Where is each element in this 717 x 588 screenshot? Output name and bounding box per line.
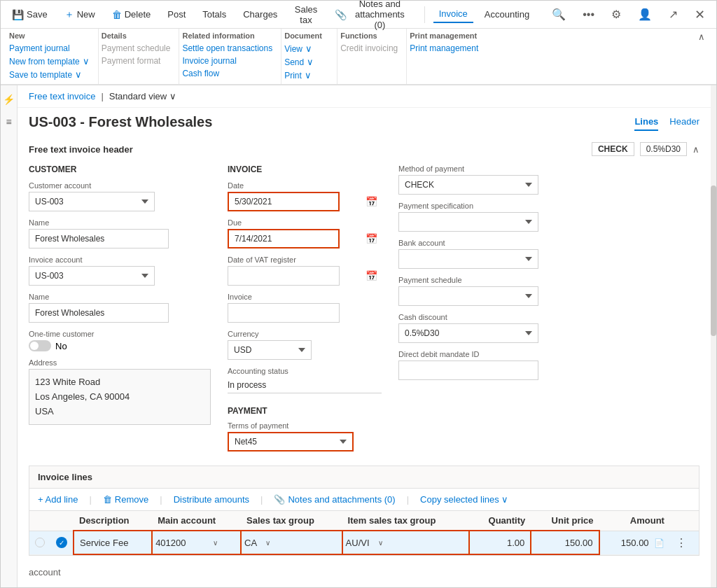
ribbon-print[interactable]: Print ∨ xyxy=(284,69,328,81)
ribbon-credit-invoicing: Credit invoicing xyxy=(340,43,398,54)
user-icon-btn[interactable]: 👤 xyxy=(632,5,657,24)
filter-icon[interactable]: ⚡ xyxy=(1,91,18,108)
invoice-account-select[interactable]: US-003 xyxy=(29,266,155,286)
ribbon-view[interactable]: View ∨ xyxy=(284,43,328,55)
col-unit-price: Unit price xyxy=(531,511,599,531)
post-button[interactable]: Post xyxy=(162,6,191,22)
method-wrapper: CHECK xyxy=(398,175,699,195)
add-line-button[interactable]: + Add line xyxy=(38,494,78,505)
customer-account-group: Customer account US-003 xyxy=(29,181,211,211)
schedule-label: Payment schedule xyxy=(398,276,699,284)
settings-icon-btn[interactable]: ⚙ xyxy=(606,5,627,24)
invoice-col: INVOICE Date 📅 Due xyxy=(228,164,382,451)
main-account-chevron[interactable]: ∨ xyxy=(213,539,218,547)
form-grid: CUSTOMER Customer account US-003 Name xyxy=(29,164,699,460)
ribbon-payment-journal[interactable]: Payment journal xyxy=(9,43,90,54)
header-tab[interactable]: Header xyxy=(669,113,699,131)
row-amount: 150.00 xyxy=(621,538,649,548)
actions-divider-3: | xyxy=(260,494,263,505)
row-radio[interactable] xyxy=(35,538,45,547)
list-icon[interactable]: ≡ xyxy=(3,113,14,130)
terms-select[interactable]: Net45 xyxy=(228,432,354,451)
lines-notes-button[interactable]: 📎 Notes and attachments (0) xyxy=(274,494,395,505)
ribbon-print-management[interactable]: Print management xyxy=(410,43,478,54)
search-button[interactable]: 🔍 xyxy=(546,5,571,24)
delete-button[interactable]: 🗑 Delete xyxy=(106,6,157,23)
row-radio-cell xyxy=(29,531,50,554)
charges-button[interactable]: Charges xyxy=(237,6,283,22)
section-title: Free text invoice header xyxy=(29,144,133,155)
date-input-wrapper: 📅 xyxy=(228,192,382,211)
date-calendar-icon[interactable]: 📅 xyxy=(366,196,377,207)
invoice-name-input[interactable] xyxy=(29,303,169,323)
sales-tax-button[interactable]: Sales tax xyxy=(288,1,323,28)
row-description-cell[interactable]: Service Fee xyxy=(74,531,152,554)
breadcrumb-view[interactable]: Standard view ∨ xyxy=(109,91,176,102)
save-button[interactable]: 💾 Save xyxy=(6,6,53,23)
one-time-label: One-time customer xyxy=(29,330,211,338)
customer-name-input[interactable] xyxy=(29,229,169,248)
address-box: 123 White Road Los Angeles, CA 90004 USA xyxy=(29,369,211,425)
invoice-tab[interactable]: Invoice xyxy=(433,6,473,23)
payment-section: PAYMENT Terms of payment Net45 xyxy=(228,406,382,451)
due-input-wrapper: 📅 xyxy=(228,229,382,248)
bank-select[interactable] xyxy=(398,249,538,269)
date-input[interactable] xyxy=(228,192,340,211)
invoice-account-wrapper: US-003 xyxy=(29,266,211,286)
date-group: Date 📅 xyxy=(228,181,382,211)
one-time-toggle[interactable] xyxy=(29,340,51,351)
distribute-button[interactable]: Distribute amounts xyxy=(174,494,249,505)
ribbon-cash-flow[interactable]: Cash flow xyxy=(182,68,272,79)
totals-button[interactable]: Totals xyxy=(197,6,232,22)
col-actions xyxy=(670,511,699,531)
ribbon-save-to-template[interactable]: Save to template ∨ xyxy=(9,69,90,80)
row-more-btn[interactable]: ⋮ xyxy=(676,537,687,549)
ribbon-settle-open[interactable]: Settle open transactions xyxy=(182,43,272,54)
new-button[interactable]: ＋ New xyxy=(59,6,101,24)
schedule-select[interactable] xyxy=(398,286,538,306)
row-quantity: 1.00 xyxy=(507,538,524,548)
section-actions: CHECK 0.5%D30 ∧ xyxy=(592,142,699,156)
item-tax-chevron[interactable]: ∨ xyxy=(378,539,383,547)
right-scrollbar[interactable] xyxy=(711,85,716,587)
save-icon: 💾 xyxy=(12,9,24,20)
due-calendar-icon[interactable]: 📅 xyxy=(366,233,377,244)
accounting-status-label: Accounting status xyxy=(228,367,382,375)
accounting-tab[interactable]: Accounting xyxy=(479,6,535,22)
row-doc-icon[interactable]: 📄 xyxy=(654,538,664,548)
vat-input[interactable] xyxy=(228,266,340,286)
table-header-row: Description Main account Sales tax group… xyxy=(29,511,699,531)
notes-button[interactable]: 📎 Notes and attachments (0) xyxy=(329,0,416,33)
row-item-tax-cell: AU/VI ∨ xyxy=(342,531,470,554)
payment-method-col: Method of payment CHECK Payment specific… xyxy=(398,164,699,451)
ribbon-new-from-template[interactable]: New from template ∨ xyxy=(9,55,90,67)
accounting-status-value: In process xyxy=(228,377,382,393)
currency-select[interactable]: USD xyxy=(228,340,312,360)
ribbon-send[interactable]: Send ∨ xyxy=(284,56,328,68)
spec-select[interactable] xyxy=(398,212,538,232)
currency-wrapper: USD xyxy=(228,340,382,360)
ribbon-invoice-journal[interactable]: Invoice journal xyxy=(182,55,272,66)
copy-lines-button[interactable]: Copy selected lines ∨ xyxy=(420,494,508,505)
collapse-section-icon[interactable]: ∧ xyxy=(692,144,699,155)
share-icon-btn[interactable]: ↗ xyxy=(663,5,683,24)
table-row[interactable]: Service Fee 401200 ∨ xyxy=(29,531,699,554)
customer-account-select[interactable]: US-003 xyxy=(29,192,155,211)
cash-discount-select[interactable]: 0.5%D30 xyxy=(398,323,538,343)
close-button[interactable]: ✕ xyxy=(689,4,711,25)
breadcrumb-link[interactable]: Free text invoice xyxy=(29,91,95,102)
invoice-num-input[interactable] xyxy=(228,303,340,323)
col-radio xyxy=(29,511,50,531)
mandate-input[interactable] xyxy=(398,360,538,380)
vat-calendar-icon[interactable]: 📅 xyxy=(366,270,377,281)
sales-tax-chevron[interactable]: ∨ xyxy=(265,539,270,547)
section-header: Free text invoice header CHECK 0.5%D30 ∧ xyxy=(29,142,699,156)
more-button[interactable]: ••• xyxy=(577,6,600,24)
invoice-lines-actions: + Add line | 🗑 Remove | Distribute amoun… xyxy=(29,494,699,511)
due-input[interactable] xyxy=(228,229,340,248)
remove-button[interactable]: 🗑 Remove xyxy=(103,494,148,505)
method-select[interactable]: CHECK xyxy=(398,175,538,195)
ribbon-collapse-btn[interactable]: ∧ xyxy=(692,29,711,45)
content-area: Free text invoice | Standard view ∨ US-0… xyxy=(18,85,711,587)
lines-tab[interactable]: Lines xyxy=(634,113,658,131)
